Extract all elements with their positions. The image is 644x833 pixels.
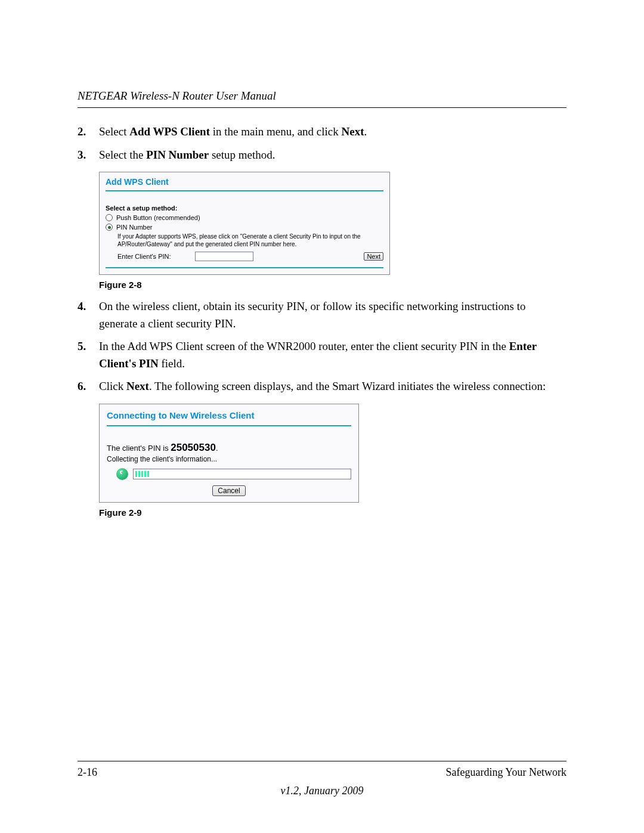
bold-term: Add WPS Client: [129, 125, 210, 138]
text: Click: [99, 380, 126, 392]
option-push-button[interactable]: Push Button (recommended): [106, 214, 383, 221]
enter-pin-label: Enter Client's PIN:: [117, 253, 171, 260]
next-button[interactable]: Next: [364, 252, 383, 261]
step-number: 3.: [78, 147, 99, 164]
client-pin-text: The client's PIN is 25050530.: [107, 442, 351, 454]
step-body: Select Add WPS Client in the main menu, …: [99, 123, 566, 141]
text: field.: [159, 357, 185, 370]
step-number: 2.: [78, 123, 99, 141]
figure-2-8-label: Figure 2-8: [99, 280, 566, 290]
option-pin-number[interactable]: PIN Number: [106, 224, 383, 231]
radio-checked-icon: [106, 224, 113, 231]
page-footer: 2-16 Safeguarding Your Network v1.2, Jan…: [78, 761, 566, 797]
figure-2-9-screenshot: Connecting to New Wireless Client The cl…: [99, 404, 359, 503]
step-body: On the wireless client, obtain its secur…: [99, 298, 566, 332]
wps-icon: [116, 468, 128, 480]
bold-term: PIN Number: [146, 148, 209, 161]
step-6: 6. Click Next. The following screen disp…: [78, 378, 566, 395]
step-number: 6.: [78, 378, 99, 395]
step-body: Select the PIN Number setup method.: [99, 147, 566, 164]
step-3: 3. Select the PIN Number setup method.: [78, 147, 566, 164]
footer-rule: [78, 761, 566, 761]
radio-unchecked-icon: [106, 214, 113, 221]
step-4: 4. On the wireless client, obtain its se…: [78, 298, 566, 332]
pin-help-text: If your Adapter supports WPS, please cli…: [117, 233, 383, 248]
panel-title: Add WPS Client: [106, 177, 383, 187]
text: Select the: [99, 148, 146, 161]
select-method-label: Select a setup method:: [106, 205, 383, 212]
page-number: 2-16: [78, 766, 97, 779]
step-number: 4.: [78, 298, 99, 332]
option-label: PIN Number: [116, 224, 153, 231]
bold-term: Next: [342, 125, 364, 138]
step-number: 5.: [78, 338, 99, 372]
panel-separator: [106, 267, 383, 268]
text: Select: [99, 125, 129, 138]
bold-term: Next: [126, 380, 149, 392]
text: .: [216, 444, 218, 453]
running-head: NETGEAR Wireless-N Router User Manual: [78, 89, 566, 103]
panel-separator: [106, 190, 383, 191]
option-label: Push Button (recommended): [116, 214, 200, 221]
step-5: 5. In the Add WPS Client screen of the W…: [78, 338, 566, 372]
panel-separator: [107, 425, 351, 426]
text: The client's PIN is: [107, 444, 171, 453]
section-title: Safeguarding Your Network: [446, 766, 566, 779]
text: In the Add WPS Client screen of the WNR2…: [99, 340, 509, 352]
step-2: 2. Select Add WPS Client in the main men…: [78, 123, 566, 141]
cancel-button[interactable]: Cancel: [212, 485, 245, 496]
client-pin-input[interactable]: [195, 252, 253, 261]
text: . The following screen displays, and the…: [149, 380, 546, 392]
progress-bar: [133, 469, 351, 479]
doc-version: v1.2, January 2009: [78, 785, 566, 797]
text: setup method.: [209, 148, 275, 161]
collecting-text: Collecting the client's information...: [107, 455, 351, 463]
text: in the main menu, and click: [210, 125, 342, 138]
figure-2-9-label: Figure 2-9: [99, 507, 566, 518]
header-rule: [78, 107, 566, 108]
panel-title: Connecting to New Wireless Client: [107, 410, 351, 420]
client-pin-value: 25050530: [171, 442, 216, 453]
text: .: [364, 125, 367, 138]
figure-2-8-screenshot: Add WPS Client Select a setup method: Pu…: [99, 172, 390, 275]
step-body: Click Next. The following screen display…: [99, 378, 566, 395]
step-body: In the Add WPS Client screen of the WNR2…: [99, 338, 566, 372]
